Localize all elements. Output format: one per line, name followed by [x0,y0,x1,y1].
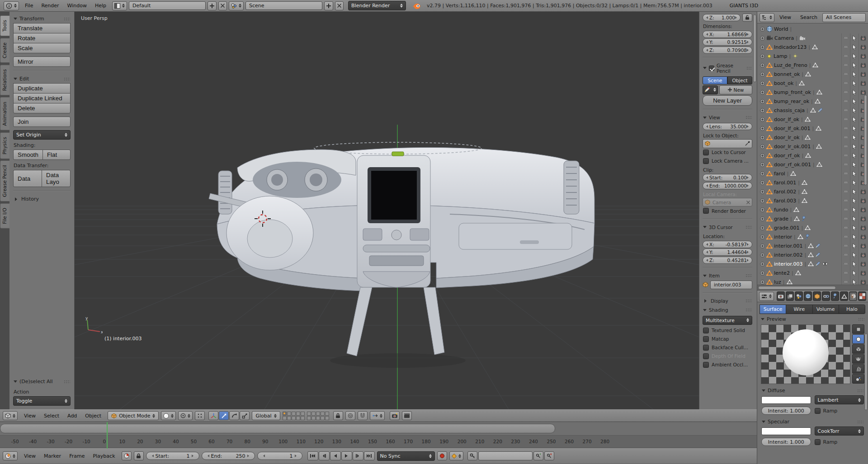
outliner-row[interactable]: Luz_de_Freno | [759,61,868,70]
expand-icon[interactable] [760,153,765,158]
restrict-select-toggle[interactable] [850,70,859,79]
preview-flat-button[interactable] [852,324,864,334]
restrict-select-toggle[interactable] [850,259,859,268]
current-frame-field[interactable]: 1 [257,452,302,460]
restrict-select-toggle[interactable] [850,97,859,106]
use-preview-range-button[interactable] [122,451,132,460]
restrict-select-toggle[interactable] [850,79,859,88]
gp-object-tab[interactable]: Object [727,76,752,84]
manipulator-toggle-button[interactable] [208,411,218,420]
restrict-select-toggle[interactable] [850,33,859,42]
expand-icon[interactable] [760,198,765,203]
expand-icon[interactable] [760,262,765,267]
outliner-row[interactable]: bump_rear_ok | [759,97,868,106]
transform-tool-button[interactable]: Translate [13,23,71,33]
mode-dropdown[interactable]: Object Mode [108,411,159,420]
restrict-view-toggle[interactable] [841,169,850,178]
outliner-row[interactable]: farol.003 | [759,196,868,205]
restrict-view-toggle[interactable] [841,160,850,169]
restrict-render-toggle[interactable] [859,205,867,214]
tool-shelf-tab[interactable]: Create [0,38,9,63]
grease-pencil-panel-header[interactable]: Grease Pencil [703,61,752,75]
cursor-location-field[interactable]: Z:0.45281 [703,257,752,264]
outliner-row[interactable]: bump_front_ok | [759,88,868,97]
outliner-item-label[interactable]: bonnet_ok [774,71,800,77]
edit-tool-button[interactable]: Duplicate [13,83,71,94]
outliner-item-label[interactable]: lente2 [774,270,790,276]
restrict-view-toggle[interactable] [841,241,850,250]
expand-icon[interactable] [760,99,765,104]
info-editor-button[interactable] [4,1,19,10]
restrict-select-toggle[interactable] [850,214,859,223]
panel-drag-dots[interactable] [745,225,752,229]
outliner-row[interactable]: door_lr_ok.001 | [759,142,868,151]
cursor-location-field[interactable]: X:-0.58197 [703,241,752,248]
outliner-item-label[interactable]: door_lr_ok.001 [774,144,811,150]
panel-drag-dots[interactable] [745,274,752,277]
expand-icon[interactable] [760,234,765,239]
panel-drag-dots[interactable] [746,66,752,70]
outliner-row[interactable]: interior.002 | [759,250,868,259]
edit-tool-button[interactable]: Delete [13,103,71,113]
outliner-row[interactable]: lente2 | [759,268,868,277]
panel-drag-dots[interactable] [745,116,752,119]
restrict-select-toggle[interactable] [850,178,859,187]
restrict-view-toggle[interactable] [841,223,850,232]
expand-icon[interactable] [760,36,765,41]
expand-icon[interactable] [760,54,765,59]
tab-render-layers[interactable] [786,291,794,301]
transform-orientation-dropdown[interactable]: Global [252,411,280,420]
shading-option-row[interactable]: Ambient Occl... [703,361,752,369]
outliner-item-label[interactable]: fundo [774,207,788,213]
outliner-row[interactable]: interior | [759,232,868,241]
outliner-row[interactable]: door_rf_ok.001 | [759,160,868,169]
specular-ramp-row[interactable]: Ramp [815,439,864,445]
item-name-field[interactable]: interior.003 [710,281,752,289]
outliner-item-label[interactable]: Camera [774,35,794,41]
outliner-row[interactable]: door_lr_ok | [759,133,868,142]
edit-panel-header[interactable]: Edit [13,74,71,84]
diffuse-ramp-checkbox[interactable] [815,408,821,414]
keying-set-icon-button[interactable] [467,451,477,460]
opengl-render-image-button[interactable] [390,411,400,420]
layer-cell-active[interactable] [283,412,287,416]
outliner-item-label[interactable]: World [774,26,788,32]
join-button[interactable]: Join [13,117,71,127]
outliner-row[interactable]: farol.001 | [759,178,868,187]
expand-icon[interactable] [760,144,765,149]
restrict-select-toggle[interactable] [850,42,859,52]
viewport-menu-item[interactable]: Add [63,412,81,420]
set-origin-dropdown[interactable]: Set Origin [13,130,71,140]
viewport-menu-item[interactable]: View [20,412,40,420]
timeline-menu-item[interactable]: Frame [65,452,89,460]
lock-camera-row[interactable]: Lock Camera ... [703,157,752,165]
shading-panel-header[interactable]: Shading [703,305,752,315]
panel-drag-dots[interactable] [857,389,863,393]
editor-type-button[interactable] [3,411,18,420]
restrict-select-toggle[interactable] [850,187,859,196]
tool-shelf-tab[interactable]: Physics [0,132,9,159]
transform-panel-header[interactable]: Transform [13,14,71,23]
restrict-view-toggle[interactable] [841,115,850,124]
timeline-menu-item[interactable]: Playback [89,452,119,460]
lock-to-scene-button[interactable] [333,411,343,420]
preview-monkey-button[interactable] [852,354,864,364]
grease-pencil-checkbox[interactable] [709,66,714,71]
history-panel-header[interactable]: History [13,194,71,204]
tab-render[interactable] [777,291,785,301]
expand-icon[interactable] [760,126,765,131]
scene-field[interactable]: Scene [245,1,322,10]
outliner-editor-type-button[interactable] [760,13,774,22]
restrict-select-toggle[interactable] [850,106,859,115]
restrict-view-toggle[interactable] [841,88,850,97]
outliner-row[interactable]: farol.002 | [759,187,868,196]
frame-end-field[interactable]: End:250 [202,452,255,460]
preview-hair-button[interactable] [852,364,864,374]
restrict-select-toggle[interactable] [850,277,859,285]
outliner-view-menu[interactable]: View [775,13,795,22]
timeline-menu-item[interactable]: View [20,452,40,460]
mirror-button[interactable]: Mirror [13,56,71,67]
outliner-item-label[interactable]: grade.001 [774,225,800,231]
outliner-row[interactable]: chassis_caja | [759,106,868,115]
outliner-row[interactable]: interior.001 | [759,241,868,250]
